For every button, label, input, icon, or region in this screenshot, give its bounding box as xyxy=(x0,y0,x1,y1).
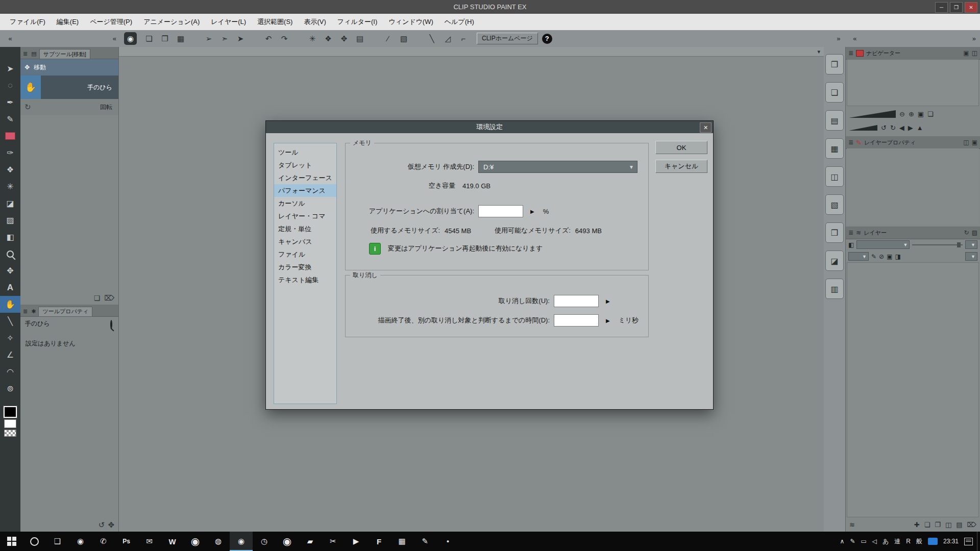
new-folder-icon[interactable]: ❐ xyxy=(935,521,941,529)
tray-chevron-up-icon[interactable]: ∧ xyxy=(840,538,845,545)
menu-selection[interactable]: 選択範囲(S) xyxy=(252,14,298,30)
new-raster-layer-icon[interactable]: ❏ xyxy=(924,521,930,529)
merge-layer-icon[interactable]: ▤ xyxy=(956,521,962,529)
correction-tool[interactable]: ⊚ xyxy=(0,380,20,397)
layer-tab-label[interactable]: レイヤー xyxy=(864,229,887,237)
panel-menu-icon[interactable]: ≣ xyxy=(848,229,853,236)
start-button[interactable] xyxy=(0,532,23,551)
ruler-range-select[interactable]: ▼ xyxy=(965,252,977,261)
ime-general-indicator[interactable]: 般 xyxy=(916,537,922,546)
ruler-tool[interactable]: ∠ xyxy=(0,346,20,363)
taskbar-app-chrome[interactable]: ◉ xyxy=(276,532,299,551)
opacity-slider[interactable] xyxy=(912,244,963,245)
operation-tool[interactable]: ➤ xyxy=(0,60,20,77)
prefs-list-item[interactable]: レイヤー・コマ xyxy=(274,210,336,222)
prefs-list-item[interactable]: 定規・単位 xyxy=(274,222,336,235)
taskbar-app-firefox[interactable]: ◉ xyxy=(184,532,207,551)
menu-view[interactable]: 表示(V) xyxy=(298,14,331,30)
new-layer-icon[interactable]: ✚ xyxy=(914,521,920,529)
flip-vertical-icon[interactable]: ▶ xyxy=(908,124,913,132)
menu-layer[interactable]: レイヤー(L) xyxy=(205,14,252,30)
reset-rotate-icon[interactable]: ▲ xyxy=(917,124,923,132)
lasso-tool[interactable]: ◌ xyxy=(0,77,20,94)
figure-tool[interactable]: ╲ xyxy=(0,313,20,330)
panel-menu-icon[interactable]: ≣ xyxy=(22,308,29,316)
subtool-tab[interactable]: サブツール[移動] xyxy=(39,49,90,59)
delete-layer-icon[interactable]: ⌦ xyxy=(967,521,976,529)
subtool-item-rotate[interactable]: ↻ 回転 xyxy=(20,99,118,115)
undo-time-input[interactable] xyxy=(554,314,599,327)
tool-property-tab[interactable]: ツールプロパティ xyxy=(38,307,92,316)
undo-count-spinner[interactable]: ▶ xyxy=(606,298,610,304)
taskbar-app-capture[interactable]: ◉ xyxy=(69,532,92,551)
taskbar-app-word[interactable]: W xyxy=(161,532,184,551)
layer-property-tab-label[interactable]: レイヤープロパティ xyxy=(864,139,916,146)
cancel-button[interactable]: キャンセル xyxy=(655,160,707,173)
menu-page[interactable]: ページ管理(P) xyxy=(84,14,138,30)
ime-hiragana-indicator[interactable]: あ xyxy=(883,537,889,546)
prefs-list-item[interactable]: ファイル xyxy=(274,248,336,261)
lock-transparent-icon[interactable]: ▣ xyxy=(887,253,892,260)
snap-special-icon[interactable]: ❖ xyxy=(323,34,333,43)
material-panel-button-8[interactable]: ◪ xyxy=(825,251,844,271)
eraser-tool[interactable]: ◪ xyxy=(0,195,20,212)
navigator-tab-icon[interactable] xyxy=(856,50,864,57)
taskbar-app-sphere[interactable]: ◍ xyxy=(207,532,230,551)
pen-tool[interactable]: ✒ xyxy=(0,94,20,111)
ime-renbun-indicator[interactable]: 連 xyxy=(894,537,900,546)
transparent-color-swatch[interactable] xyxy=(4,430,16,437)
panel-menu-icon[interactable]: ≣ xyxy=(22,51,29,59)
taskbar-app-whatsapp[interactable]: ✆ xyxy=(92,532,115,551)
zoom-tool[interactable] xyxy=(0,245,20,262)
select-mode-2-icon[interactable]: ➣ xyxy=(219,34,230,43)
itembank-tab-icon[interactable]: ◫ xyxy=(972,49,977,57)
zoom-out-icon[interactable]: ⊖ xyxy=(899,110,905,118)
prefs-list-item[interactable]: テキスト編集 xyxy=(274,273,336,286)
panel-list-icon[interactable]: ▤ xyxy=(30,51,37,59)
ok-button[interactable]: OK xyxy=(655,141,707,154)
taskbar-app-calculator[interactable]: ▦ xyxy=(390,532,413,551)
panel-gear-icon[interactable]: ✱ xyxy=(30,308,37,316)
expand-dock-icon[interactable]: » xyxy=(828,35,849,42)
hand-tool-selected[interactable]: ✋ xyxy=(0,296,20,313)
move-tool[interactable]: ✥ xyxy=(0,262,20,279)
rotate-reset-icon[interactable]: ↺ xyxy=(99,520,105,530)
draft-layer-icon[interactable]: ✎ xyxy=(871,253,876,260)
tone-area-icon[interactable]: ▧ xyxy=(399,34,409,43)
menu-filter[interactable]: フィルター(I) xyxy=(332,14,383,30)
undo-icon[interactable]: ↶ xyxy=(263,34,274,43)
taskbar-app-snipping[interactable]: ✂ xyxy=(322,532,345,551)
airbrush-tool[interactable]: ❖ xyxy=(0,161,20,178)
touch-keyboard-icon[interactable] xyxy=(928,538,938,545)
allocation-input[interactable] xyxy=(478,205,523,217)
collapse-toolstrip-icon[interactable]: « xyxy=(0,35,20,42)
allocation-spinner[interactable]: ▶ xyxy=(530,209,534,214)
collapse-left-panel-icon[interactable]: « xyxy=(20,35,119,42)
layer-property-tab-icon[interactable]: ✎ xyxy=(856,139,862,146)
material-panel-button-2[interactable]: ❏ xyxy=(825,82,844,103)
help-button[interactable]: ? xyxy=(542,34,552,44)
tray-pen-icon[interactable]: ✎ xyxy=(850,538,855,545)
action-center-icon[interactable] xyxy=(964,538,973,545)
flip-horizontal-icon[interactable]: ◀ xyxy=(899,124,904,132)
save-icon[interactable]: ▦ xyxy=(176,34,186,43)
subtool-group-move[interactable]: ✥ 移動 xyxy=(20,59,118,76)
select-mode-1-icon[interactable]: ➢ xyxy=(204,34,214,43)
taskbar-app-pen[interactable]: ✎ xyxy=(413,532,436,551)
layer-search-tab-icon[interactable]: ▨ xyxy=(972,229,977,236)
select-mode-3-icon[interactable]: ➤ xyxy=(235,34,246,43)
sub-color-swatch[interactable] xyxy=(4,419,16,428)
new-subtool-icon[interactable]: ❏ xyxy=(94,294,101,302)
prefs-list-item[interactable]: ツール xyxy=(274,146,336,159)
undo-time-spinner[interactable]: ▶ xyxy=(606,318,610,323)
blend-mode-select[interactable]: ▼ xyxy=(856,240,910,249)
material-panel-button-1[interactable]: ❐ xyxy=(825,54,844,74)
border-tab-icon[interactable]: ▣ xyxy=(972,139,977,146)
lock-layer-icon[interactable]: ⊘ xyxy=(879,253,884,260)
brush-tool[interactable]: ✑ xyxy=(0,144,20,161)
prefs-list-item[interactable]: キャンバス xyxy=(274,235,336,248)
eyedropper-tool[interactable]: ✧ xyxy=(0,330,20,346)
taskbar-app-file-explorer[interactable]: ▰ xyxy=(299,532,322,551)
line-icon[interactable]: ╲ xyxy=(427,34,437,43)
clip-homepage-button[interactable]: CLIPホームページ xyxy=(477,33,538,44)
